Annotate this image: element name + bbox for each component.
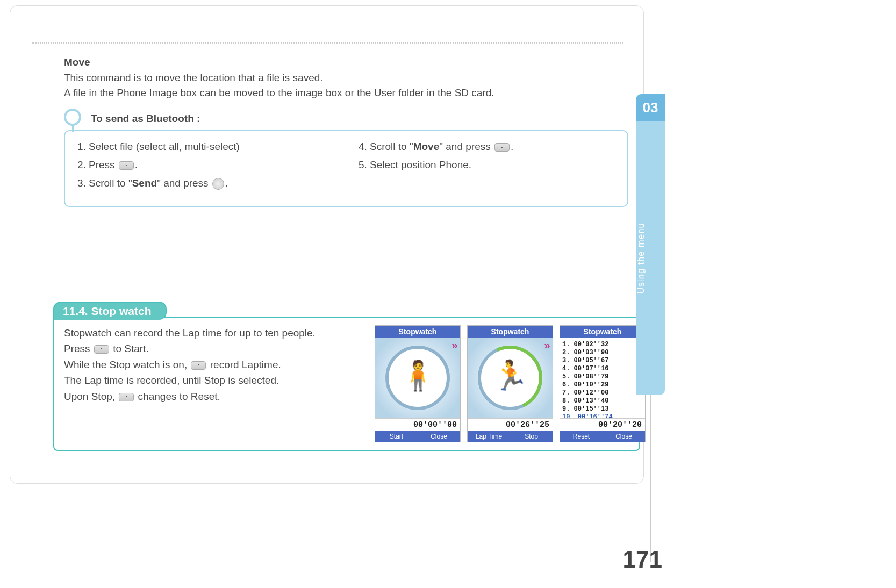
lap-row: 7. 00'12''00 xyxy=(562,389,643,397)
sw-line-1: Stopwatch can record the Lap time for up… xyxy=(64,325,365,341)
screen-3-right-softkey: Close xyxy=(603,431,645,442)
softkey-icon xyxy=(119,161,134,170)
stopwatch-screens: Stopwatch » 🧍 00'00''00 Start Close Stop… xyxy=(375,325,646,442)
page-frame: Move This command is to move the locatio… xyxy=(10,5,644,484)
callout-label: To send as Bluetooth : xyxy=(91,113,200,124)
step-4: Scroll to "Move" and press . xyxy=(370,141,617,153)
callout-header: To send as Bluetooth : xyxy=(88,110,628,130)
sw-line-5: Upon Stop, changes to Reset. xyxy=(64,389,365,404)
stopwatch-inner: Stopwatch can record the Lap time for up… xyxy=(54,318,639,450)
softkey-icon xyxy=(94,345,109,354)
screen-3-time: 00'20''20 xyxy=(560,418,645,431)
screen-3-laplist: 1. 00'02''32 2. 00'03''90 3. 00'05''67 4… xyxy=(560,338,645,418)
screen-1-right-softkey: Close xyxy=(418,431,460,442)
content-area: Move This command is to move the locatio… xyxy=(64,56,628,207)
screen-1-left-softkey: Start xyxy=(375,431,418,442)
screen-2-left-softkey: Lap Time xyxy=(468,431,510,442)
chapter-number-tab: 03 xyxy=(636,94,665,121)
screen-3: Stopwatch 1. 00'02''32 2. 00'03''90 3. 0… xyxy=(560,325,646,442)
screen-3-title: Stopwatch xyxy=(560,326,645,338)
lap-row: 1. 00'02''32 xyxy=(562,341,643,349)
sw-line-2: Press to Start. xyxy=(64,341,365,356)
bluetooth-callout: To send as Bluetooth : Select file (sele… xyxy=(64,110,628,207)
step-1: Select file (select all, multi-select) xyxy=(89,141,335,153)
lap-row: 5. 00'08''79 xyxy=(562,373,643,381)
standing-figure-icon: 🧍 xyxy=(400,363,436,392)
lap-row: 2. 00'03''90 xyxy=(562,349,643,357)
stopwatch-heading-tab: 11.4. Stop watch xyxy=(53,302,167,320)
softkey-icon xyxy=(119,393,134,401)
screen-2-dial: » 🏃 xyxy=(468,338,553,418)
arrows-icon: » xyxy=(544,340,550,352)
running-figure-icon: 🏃 xyxy=(492,363,528,392)
lap-row: 8. 00'13''40 xyxy=(562,397,643,405)
lap-row: 6. 00'10''29 xyxy=(562,381,643,389)
softkey-icon xyxy=(494,143,510,152)
callout-col-right: Scroll to "Move" and press . Select posi… xyxy=(357,141,617,196)
screen-2: Stopwatch » 🏃 00'26''25 Lap Time Stop xyxy=(467,325,553,442)
lap-row: 4. 00'07''16 xyxy=(562,365,643,373)
callout-col-left: Select file (select all, multi-select) P… xyxy=(76,141,335,196)
ok-key-icon xyxy=(212,178,224,190)
softkey-icon xyxy=(191,361,206,370)
step-2: Press . xyxy=(89,159,335,171)
separator-dotted xyxy=(32,42,623,44)
arrows-icon: » xyxy=(451,340,458,352)
screen-3-left-softkey: Reset xyxy=(560,431,603,442)
step-3: Scroll to "Send" and press . xyxy=(89,177,335,190)
move-desc-2: A file in the Phone Image box can be mov… xyxy=(64,85,628,101)
screen-1: Stopwatch » 🧍 00'00''00 Start Close xyxy=(375,325,461,442)
screen-2-right-softkey: Stop xyxy=(510,431,553,442)
move-heading: Move xyxy=(64,56,628,68)
screen-2-time: 00'26''25 xyxy=(468,418,553,431)
callout-box: Select file (select all, multi-select) P… xyxy=(64,130,628,207)
side-tab: 03 Using the menu xyxy=(636,94,665,395)
page-number: 171 xyxy=(623,546,662,573)
lap-row: 9. 00'15''13 xyxy=(562,405,643,413)
screen-1-title: Stopwatch xyxy=(375,326,460,338)
screen-2-title: Stopwatch xyxy=(468,326,553,338)
stopwatch-section: 11.4. Stop watch Stopwatch can record th… xyxy=(53,317,640,451)
move-desc-1: This command is to move the location tha… xyxy=(64,70,628,85)
screen-1-time: 00'00''00 xyxy=(375,418,460,431)
sw-line-4: The Lap time is recorded, until Stop is … xyxy=(64,372,365,388)
stopwatch-text: Stopwatch can record the Lap time for up… xyxy=(64,325,365,404)
chapter-label-tab: Using the menu xyxy=(636,121,665,395)
lap-row: 3. 00'05''67 xyxy=(562,357,643,365)
screen-1-dial: » 🧍 xyxy=(375,338,460,418)
step-5: Select position Phone. xyxy=(370,159,617,171)
callout-ring-icon xyxy=(64,109,81,126)
sw-line-3: While the Stop watch is on, record Lapti… xyxy=(64,357,365,372)
